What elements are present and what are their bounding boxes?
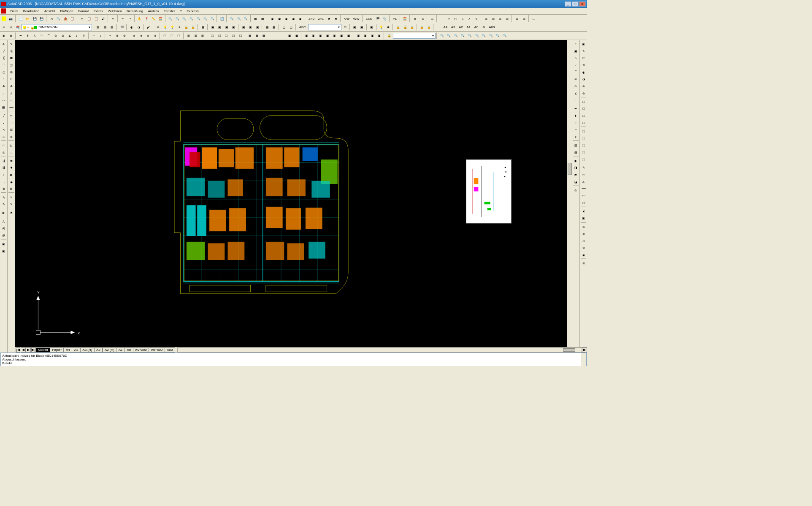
flag-icon[interactable]: 🏴: [374, 15, 381, 22]
off2-icon[interactable]: ⇶: [0, 164, 7, 171]
open-icon[interactable]: 📂: [24, 15, 31, 22]
chamf-icon[interactable]: ◺: [8, 142, 15, 149]
b3-icon[interactable]: ▣: [303, 32, 310, 39]
lock1-icon[interactable]: 🔒: [395, 24, 401, 31]
b1-icon[interactable]: ▣: [287, 32, 293, 39]
pk1-icon[interactable]: ◉: [0, 32, 7, 39]
tab-a4[interactable]: A4: [64, 347, 72, 353]
prop-icon[interactable]: ▦: [200, 24, 206, 31]
d3-icon[interactable]: ⤡: [31, 32, 38, 39]
tab-a0-500[interactable]: A0+500: [149, 347, 165, 353]
vp5-icon[interactable]: ▣: [240, 24, 247, 31]
r8-icon[interactable]: ∡: [573, 90, 579, 97]
r15-icon[interactable]: ▥: [573, 142, 579, 149]
offset-icon[interactable]: ⇶: [8, 62, 15, 69]
cmd-scrollbar[interactable]: [581, 353, 586, 366]
exp2-icon[interactable]: ✱: [8, 164, 15, 171]
tab-a0-200[interactable]: A0+200: [133, 347, 149, 353]
vport1-icon[interactable]: ▦: [252, 15, 259, 22]
tab-nav-next[interactable]: ▶: [26, 347, 31, 353]
m5-icon[interactable]: ◐: [580, 69, 587, 75]
blank1-icon[interactable]: ☐: [531, 15, 537, 22]
menu-datei[interactable]: Datei: [8, 9, 21, 13]
bulb-icon[interactable]: 💡: [378, 24, 385, 31]
b11-icon[interactable]: ▣: [362, 32, 369, 39]
horizontal-scrollbar[interactable]: [177, 347, 582, 353]
zm2-icon[interactable]: 🔍: [446, 32, 452, 39]
copy-icon[interactable]: 📋: [86, 15, 93, 22]
regen-icon[interactable]: 🔄: [219, 15, 225, 22]
grid6-icon[interactable]: ⊞: [521, 15, 528, 22]
r9-icon[interactable]: ⟂: [573, 97, 579, 104]
m10-icon[interactable]: ☐: [580, 105, 587, 112]
a3-button[interactable]: A3: [449, 24, 457, 31]
tab-modell[interactable]: Modell: [36, 347, 50, 353]
tab-a0[interactable]: A0: [125, 347, 133, 353]
lock4-icon[interactable]: 🔒: [419, 24, 425, 31]
grid5-icon[interactable]: ⊞: [514, 15, 520, 22]
exp1-icon[interactable]: ✱: [8, 157, 15, 164]
rect2-icon[interactable]: ▭: [0, 97, 7, 104]
arr-icon[interactable]: →: [0, 178, 7, 185]
tab-nav-prev[interactable]: ◀: [21, 347, 26, 353]
preview-icon[interactable]: 🔍: [55, 15, 62, 22]
text-icon[interactable]: A: [0, 41, 7, 48]
print-icon[interactable]: 🖨: [48, 15, 55, 22]
m22-icon[interactable]: ⟵: [580, 192, 587, 199]
lyr-brush-icon[interactable]: 🖌: [145, 24, 152, 31]
home-icon[interactable]: ⌂: [0, 15, 7, 22]
m9-icon[interactable]: ☐: [580, 98, 587, 105]
d28-icon[interactable]: ☐: [223, 32, 230, 39]
block-dropdown[interactable]: ▾: [393, 33, 436, 39]
win4-icon[interactable]: ▣: [290, 15, 297, 22]
lock2-icon[interactable]: 🔓: [402, 24, 409, 31]
circle-icon[interactable]: ○: [0, 90, 7, 97]
arc-icon[interactable]: ◜: [0, 76, 7, 83]
txt-boxed2[interactable]: ▣: [0, 248, 7, 254]
d18-icon[interactable]: ◈: [145, 32, 152, 39]
m2-icon[interactable]: ✎: [580, 48, 587, 54]
d27-icon[interactable]: ☐: [216, 32, 223, 39]
leg-button[interactable]: LEG: [364, 15, 374, 22]
d21-icon[interactable]: ⬚: [168, 32, 175, 39]
r1-icon[interactable]: ⟟: [573, 41, 579, 48]
d33-icon[interactable]: ▦: [261, 32, 268, 39]
lyr-frz-icon[interactable]: ❄: [155, 24, 162, 31]
m1-icon[interactable]: ▣: [580, 41, 587, 48]
r13-icon[interactable]: ↔: [573, 126, 579, 133]
move-icon[interactable]: ✥: [0, 83, 7, 89]
m19-icon[interactable]: ✂: [580, 172, 587, 178]
menu-zeichnen[interactable]: Zeichnen: [106, 9, 124, 13]
d11-icon[interactable]: ↔: [90, 32, 97, 39]
plot-icon[interactable]: 📋: [69, 15, 76, 22]
d20-icon[interactable]: ⬚: [162, 32, 168, 39]
mline-icon[interactable]: ═: [0, 133, 7, 140]
zoom-win-icon[interactable]: 🔍: [174, 15, 181, 22]
r5-icon[interactable]: ⌒: [573, 69, 579, 75]
m23-icon[interactable]: ⊟: [580, 199, 587, 206]
qcalc-icon[interactable]: 🧮: [157, 15, 164, 22]
d8-icon[interactable]: ∡: [66, 32, 73, 39]
calc-icon[interactable]: 🧮: [402, 15, 409, 22]
r6-icon[interactable]: ⊘: [573, 76, 579, 83]
ext3-icon[interactable]: ▣: [359, 24, 365, 31]
a2-button[interactable]: A2: [457, 24, 465, 31]
m27-icon[interactable]: ⊕: [580, 231, 587, 237]
m15-icon[interactable]: ⬚: [580, 142, 587, 149]
zoom-c-icon[interactable]: 🔍: [228, 15, 235, 22]
d16-icon[interactable]: ◈: [131, 32, 138, 39]
vport2-icon[interactable]: ▦: [259, 15, 266, 22]
hatch-icon[interactable]: ▦: [0, 104, 7, 110]
exp3-icon[interactable]: ▦: [8, 172, 15, 178]
array-icon[interactable]: ⊞: [8, 69, 15, 75]
lyr-ulk-icon[interactable]: 🔓: [190, 24, 197, 31]
lyr-thw-icon[interactable]: ☀: [176, 24, 183, 31]
maximize-button[interactable]: □: [572, 1, 579, 7]
lyr-t3-icon[interactable]: ▤: [109, 24, 116, 31]
d5-icon[interactable]: ⌒: [46, 32, 52, 39]
r7-icon[interactable]: ⊙: [573, 83, 579, 89]
ext1-icon[interactable]: ⊡: [342, 24, 349, 31]
menu-format[interactable]: Format: [76, 9, 91, 13]
rotate-icon[interactable]: ↻: [8, 76, 15, 83]
pl-button[interactable]: PL: [391, 15, 399, 22]
